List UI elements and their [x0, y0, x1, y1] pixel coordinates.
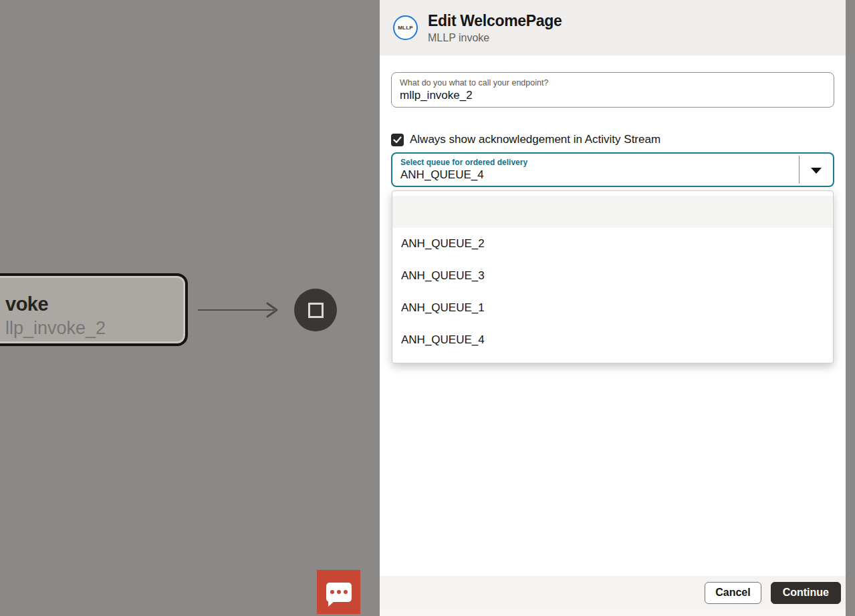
ack-checkbox-row[interactable]: Always show acknowledgement in Activity …	[391, 133, 660, 146]
queue-select-label: Select queue for ordered delivery	[400, 158, 825, 167]
endpoint-name-field[interactable]: What do you what to call your endpoint? …	[391, 72, 834, 108]
invoke-node-subtitle: llp_invoke_2	[5, 318, 178, 339]
queue-option[interactable]: ANH_QUEUE_1	[392, 292, 833, 324]
app-screen: voke llp_invoke_2 MLLP Edit WelcomePage …	[0, 0, 855, 616]
drawer-footer: Cancel Continue	[380, 576, 846, 609]
mllp-badge-icon: MLLP	[393, 15, 418, 40]
select-divider	[799, 156, 800, 184]
chat-bubble-icon	[326, 583, 352, 602]
queue-option[interactable]: ANH_QUEUE_2	[392, 228, 833, 260]
chat-button[interactable]	[317, 570, 360, 614]
flow-connector-arrow	[197, 301, 283, 319]
drawer-title: Edit WelcomePage	[428, 12, 562, 30]
ack-checkbox-label: Always show acknowledgement in Activity …	[410, 133, 660, 146]
stop-square-icon	[308, 303, 324, 318]
continue-button[interactable]: Continue	[771, 582, 841, 604]
footer-understrip	[380, 609, 846, 616]
drawer-titles: Edit WelcomePage MLLP invoke	[428, 12, 562, 44]
endpoint-name-value[interactable]: mllp_invoke_2	[400, 89, 826, 102]
endpoint-name-label: What do you what to call your endpoint?	[400, 78, 826, 88]
drawer-subtitle: MLLP invoke	[428, 32, 562, 44]
mllp-badge-label: MLLP	[398, 25, 413, 31]
drawer-header: MLLP Edit WelcomePage MLLP invoke	[380, 0, 846, 55]
edit-drawer: MLLP Edit WelcomePage MLLP invoke What d…	[380, 0, 846, 616]
invoke-node-card[interactable]: voke llp_invoke_2	[0, 273, 188, 346]
check-icon	[393, 136, 402, 144]
queue-option-empty[interactable]	[392, 196, 833, 228]
chevron-down-icon[interactable]	[811, 168, 822, 174]
queue-select[interactable]: Select queue for ordered delivery ANH_QU…	[391, 152, 834, 187]
ack-checkbox[interactable]	[391, 134, 404, 146]
queue-select-value[interactable]: ANH_QUEUE_4	[400, 168, 825, 182]
cancel-button[interactable]: Cancel	[705, 582, 761, 604]
stop-node[interactable]	[294, 289, 337, 331]
queue-option[interactable]: ANH_QUEUE_4	[392, 324, 833, 356]
queue-options-list: ANH_QUEUE_2 ANH_QUEUE_3 ANH_QUEUE_1 ANH_…	[392, 190, 834, 363]
invoke-node-title: voke	[5, 293, 178, 315]
queue-option[interactable]: ANH_QUEUE_3	[392, 260, 833, 292]
